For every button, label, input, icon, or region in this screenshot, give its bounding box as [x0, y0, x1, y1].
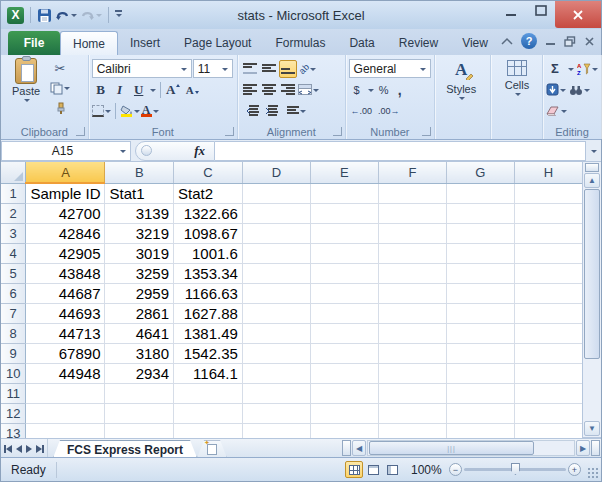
file-tab[interactable]: File [8, 31, 60, 55]
cell-C7[interactable]: 1627.88 [174, 303, 243, 323]
sort-filter-button[interactable]: AZ [577, 60, 598, 78]
comma-format-button[interactable]: , [394, 81, 406, 99]
cell-F1[interactable] [378, 183, 446, 203]
cell-E4[interactable] [310, 243, 378, 263]
normal-view-button[interactable] [345, 461, 363, 478]
increase-indent-button[interactable] [260, 102, 278, 120]
number-dialog-launcher[interactable] [422, 127, 431, 136]
shrink-font-button[interactable]: A [184, 81, 202, 99]
cell-D6[interactable] [242, 283, 310, 303]
row-header-11[interactable]: 11 [1, 383, 26, 403]
cell-H9[interactable] [514, 343, 582, 363]
cell-H6[interactable] [514, 283, 582, 303]
font-family-select[interactable]: Calibri [92, 59, 192, 78]
zoom-thumb[interactable] [511, 463, 520, 475]
zoom-in-button[interactable]: + [568, 463, 581, 476]
styles-button[interactable]: A Styles [438, 58, 484, 101]
currency-format-button[interactable]: $ [351, 81, 363, 99]
workbook-close-icon[interactable] [584, 36, 595, 47]
scroll-left-button[interactable]: ◀ [352, 440, 366, 456]
font-color-button[interactable]: A [141, 102, 159, 120]
cell-H13[interactable] [514, 423, 582, 438]
cell-B1[interactable]: Stat1 [105, 183, 174, 203]
tab-formulas[interactable]: Formulas [263, 31, 337, 55]
underline-dropdown[interactable] [150, 89, 156, 95]
clipboard-dialog-launcher[interactable] [76, 127, 85, 136]
row-header-8[interactable]: 8 [1, 323, 26, 343]
cell-F10[interactable] [378, 363, 446, 383]
horizontal-scroll-thumb[interactable]: ||| [369, 441, 534, 455]
tab-view[interactable]: View [450, 31, 500, 55]
align-top-button[interactable] [241, 60, 259, 78]
column-header-F[interactable]: F [378, 162, 446, 183]
cell-C5[interactable]: 1353.34 [174, 263, 243, 283]
cell-grid[interactable]: ABCDEFGH1Sample IDStat1Stat2242700313913… [1, 162, 583, 438]
cell-G3[interactable] [446, 223, 514, 243]
cell-D9[interactable] [242, 343, 310, 363]
cell-G7[interactable] [446, 303, 514, 323]
cell-B2[interactable]: 3139 [105, 203, 174, 223]
close-button[interactable] [555, 1, 601, 28]
cell-C11[interactable] [174, 383, 243, 403]
cell-A13[interactable] [26, 423, 105, 438]
cell-G6[interactable] [446, 283, 514, 303]
row-header-3[interactable]: 3 [1, 223, 26, 243]
tab-home[interactable]: Home [60, 31, 118, 55]
grow-font-button[interactable]: A [165, 81, 183, 99]
fill-color-button[interactable] [120, 102, 140, 120]
workbook-restore-icon[interactable] [564, 36, 576, 47]
minimize-button[interactable] [497, 1, 526, 21]
cell-G5[interactable] [446, 263, 514, 283]
cell-E7[interactable] [310, 303, 378, 323]
autosum-button[interactable]: Σ [546, 60, 564, 78]
tab-data[interactable]: Data [337, 31, 386, 55]
font-dialog-launcher[interactable] [225, 127, 234, 136]
cell-E13[interactable] [310, 423, 378, 438]
workbook-minimize-icon[interactable] [545, 36, 556, 46]
number-format-select[interactable]: General [349, 59, 431, 78]
copy-button[interactable] [50, 79, 70, 97]
sheet-tab-fcs-express-report[interactable]: FCS Express Report [53, 440, 197, 458]
cell-E5[interactable] [310, 263, 378, 283]
insert-worksheet-button[interactable] [197, 440, 227, 458]
cell-B3[interactable]: 3219 [105, 223, 174, 243]
cell-A5[interactable]: 43848 [26, 263, 105, 283]
cell-F6[interactable] [378, 283, 446, 303]
cell-G8[interactable] [446, 323, 514, 343]
cell-A4[interactable]: 42905 [26, 243, 105, 263]
cell-D13[interactable] [242, 423, 310, 438]
maximize-button[interactable] [526, 1, 555, 21]
cell-C1[interactable]: Stat2 [174, 183, 243, 203]
italic-button[interactable]: I [111, 81, 129, 99]
first-sheet-button[interactable] [4, 445, 12, 453]
cell-B7[interactable]: 2861 [105, 303, 174, 323]
cell-D8[interactable] [242, 323, 310, 343]
cell-E10[interactable] [310, 363, 378, 383]
cell-F8[interactable] [378, 323, 446, 343]
horizontal-split-handle2[interactable] [591, 440, 600, 456]
cell-G9[interactable] [446, 343, 514, 363]
cell-E2[interactable] [310, 203, 378, 223]
cell-B11[interactable] [105, 383, 174, 403]
cell-E9[interactable] [310, 343, 378, 363]
cell-E11[interactable] [310, 383, 378, 403]
cell-B9[interactable]: 3180 [105, 343, 174, 363]
zoom-level[interactable]: 100% [411, 463, 442, 477]
last-sheet-button[interactable] [36, 445, 44, 453]
cell-G12[interactable] [446, 403, 514, 423]
clear-button[interactable] [546, 102, 567, 120]
cell-D12[interactable] [242, 403, 310, 423]
cell-A7[interactable]: 44693 [26, 303, 105, 323]
name-box[interactable]: A15 [1, 141, 131, 161]
cell-H5[interactable] [514, 263, 582, 283]
horizontal-scrollbar[interactable]: ◀ ||| ▶ [341, 438, 601, 458]
row-header-13[interactable]: 13 [1, 423, 26, 438]
prev-sheet-button[interactable] [16, 445, 22, 453]
fill-button[interactable] [546, 81, 566, 99]
cell-A9[interactable]: 67890 [26, 343, 105, 363]
page-layout-view-button[interactable] [364, 461, 382, 478]
cell-G13[interactable] [446, 423, 514, 438]
row-header-6[interactable]: 6 [1, 283, 26, 303]
cell-D10[interactable] [242, 363, 310, 383]
cell-D7[interactable] [242, 303, 310, 323]
